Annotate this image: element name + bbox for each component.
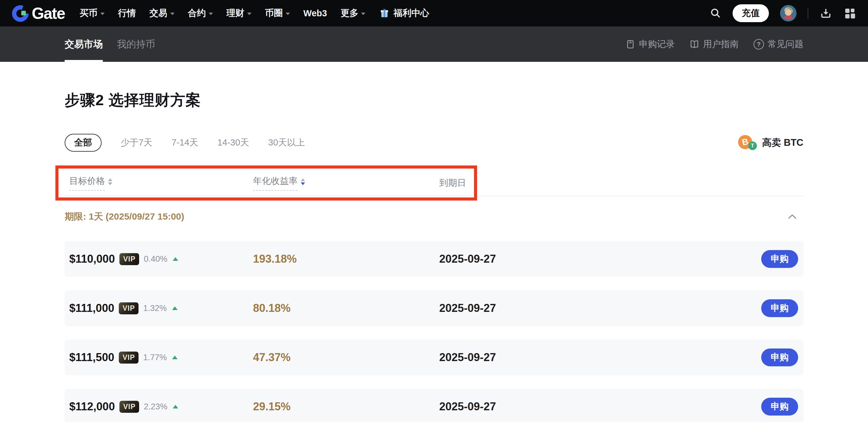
top-navigation: Gate 买币 行情 交易 合约 理财 币圈 — [0, 0, 868, 27]
triangle-up-icon — [172, 306, 178, 310]
collapse-chevron-up-icon[interactable] — [787, 213, 797, 220]
apr-value: 80.18% — [253, 302, 439, 315]
link-subscription-records[interactable]: 申购记录 — [625, 38, 675, 51]
link-faq[interactable]: ? 常见问题 — [753, 38, 803, 51]
gate-logo-wordmark: Gate — [32, 4, 65, 23]
target-price-cell: $111,500 VIP 1.77% — [69, 351, 253, 364]
header-apr[interactable]: 年化收益率 — [253, 175, 439, 191]
deposit-button[interactable]: 充值 — [733, 4, 769, 22]
price-distance: 1.32% — [143, 303, 167, 313]
link-user-guide[interactable]: 用户指南 — [689, 38, 739, 51]
expiry-date: 2025-09-27 — [439, 400, 761, 413]
header-expiry-date: 到期日 — [439, 177, 803, 189]
avatar[interactable] — [780, 5, 797, 22]
target-price: $110,000 — [69, 253, 115, 265]
gate-earn-page: Gate 买币 行情 交易 合约 理财 币圈 — [0, 0, 868, 422]
chevron-down-icon — [209, 12, 213, 15]
table-row: $111,500 VIP 1.77% 47.37% 2025-09-27 申购 — [65, 339, 803, 375]
main-content: 步骤2 选择理财方案 全部 少于7天 7-14天 14-30天 30天以上 B … — [0, 62, 868, 422]
divider — [808, 8, 808, 19]
target-price-cell: $112,000 VIP 2.23% — [69, 400, 253, 413]
gate-logo-icon — [12, 4, 30, 22]
product-selector[interactable]: B T 高卖 BTC — [738, 135, 803, 151]
sort-arrows-icon — [108, 178, 112, 185]
price-distance: 1.77% — [143, 353, 167, 362]
subnav-links: 申购记录 用户指南 ? 常见问题 — [625, 27, 803, 62]
main-menu: 买币 行情 交易 合约 理财 币圈 Web3 — [80, 7, 366, 20]
target-price: $111,000 — [69, 302, 114, 315]
term-group-header: 期限: 1天 (2025/09/27 15:00) — [65, 206, 803, 227]
chevron-down-icon — [170, 12, 175, 15]
chevron-down-icon — [247, 12, 251, 15]
menu-item-earn[interactable]: 理财 — [226, 7, 251, 20]
chevron-down-icon — [361, 12, 365, 15]
subscribe-button[interactable]: 申购 — [761, 250, 798, 268]
header-target-price[interactable]: 目标价格 — [69, 175, 253, 191]
filter-7-14-days[interactable]: 7-14天 — [172, 136, 198, 149]
target-price-cell: $110,000 VIP 0.40% — [69, 253, 253, 265]
plans-list: $110,000 VIP 0.40% 193.18% 2025-09-27 申购… — [65, 241, 803, 422]
filter-all[interactable]: 全部 — [65, 134, 101, 152]
vip-badge: VIP — [119, 401, 139, 413]
filter-14-30-days[interactable]: 14-30天 — [217, 136, 249, 149]
sort-arrows-icon-desc-active — [301, 178, 305, 185]
question-icon: ? — [753, 39, 764, 50]
vip-badge: VIP — [119, 253, 139, 265]
vip-badge: VIP — [119, 352, 138, 363]
price-distance: 0.40% — [144, 254, 167, 264]
apps-grid-icon[interactable] — [843, 7, 856, 20]
table-row: $111,000 VIP 1.32% 80.18% 2025-09-27 申购 — [65, 290, 803, 326]
tab-my-holdings[interactable]: 我的持币 — [117, 27, 155, 62]
apr-value: 29.15% — [253, 400, 439, 413]
target-price: $112,000 — [69, 400, 115, 413]
btc-usdt-pair-icon: B T — [738, 135, 757, 151]
download-app-icon[interactable] — [819, 7, 832, 20]
table-row: $112,000 VIP 2.23% 29.15% 2025-09-27 申购 — [65, 389, 803, 422]
triangle-up-icon — [173, 257, 178, 261]
chevron-down-icon — [100, 12, 105, 15]
expiry-date: 2025-09-27 — [439, 253, 761, 265]
expiry-date: 2025-09-27 — [439, 351, 761, 364]
filter-under-7-days[interactable]: 少于7天 — [121, 136, 152, 149]
menu-item-futures[interactable]: 合约 — [188, 7, 213, 20]
menu-item-web3[interactable]: Web3 — [304, 8, 327, 19]
duration-filter-row: 全部 少于7天 7-14天 14-30天 30天以上 B T 高卖 BTC — [65, 133, 803, 152]
price-distance: 2.23% — [144, 402, 167, 412]
menu-item-trade[interactable]: 交易 — [150, 7, 175, 20]
target-price: $111,500 — [69, 351, 114, 364]
expiry-date: 2025-09-27 — [439, 302, 761, 315]
triangle-up-icon — [173, 405, 178, 409]
subscribe-button[interactable]: 申购 — [761, 398, 798, 416]
document-icon — [625, 39, 635, 49]
subscribe-button[interactable]: 申购 — [761, 299, 798, 317]
target-price-cell: $111,000 VIP 1.32% — [69, 302, 253, 315]
menu-item-more[interactable]: 更多 — [340, 7, 365, 20]
page-title: 步骤2 选择理财方案 — [65, 90, 201, 110]
gift-icon — [379, 8, 390, 19]
menu-item-buy-crypto[interactable]: 买币 — [80, 7, 105, 20]
product-name: 高卖 BTC — [762, 136, 803, 149]
gate-logo[interactable]: Gate — [12, 4, 65, 23]
apr-value: 193.18% — [253, 253, 439, 265]
vip-badge: VIP — [119, 302, 138, 314]
chevron-down-icon — [286, 12, 290, 15]
subscribe-button[interactable]: 申购 — [761, 349, 798, 366]
term-group-label: 期限: 1天 (2025/09/27 15:00) — [65, 210, 184, 223]
triangle-up-icon — [172, 356, 178, 359]
book-icon — [689, 39, 699, 49]
search-icon[interactable] — [709, 7, 721, 20]
menu-item-rewards-center[interactable]: 福利中心 — [379, 7, 429, 20]
menu-item-markets[interactable]: 行情 — [118, 7, 136, 20]
topnav-right-actions: 充值 — [709, 4, 856, 22]
table-header-row: 目标价格 年化收益率 到期日 — [65, 170, 803, 196]
table-row: $110,000 VIP 0.40% 193.18% 2025-09-27 申购 — [65, 241, 803, 277]
usdt-icon: T — [748, 141, 757, 150]
tab-trading-market[interactable]: 交易市场 — [65, 27, 103, 62]
apr-value: 47.37% — [253, 351, 439, 364]
menu-item-square[interactable]: 币圈 — [265, 7, 290, 20]
filter-over-30-days[interactable]: 30天以上 — [268, 136, 305, 149]
earn-tabs: 交易市场 我的持币 — [65, 27, 155, 62]
secondary-navigation: 交易市场 我的持币 申购记录 — [0, 27, 868, 62]
